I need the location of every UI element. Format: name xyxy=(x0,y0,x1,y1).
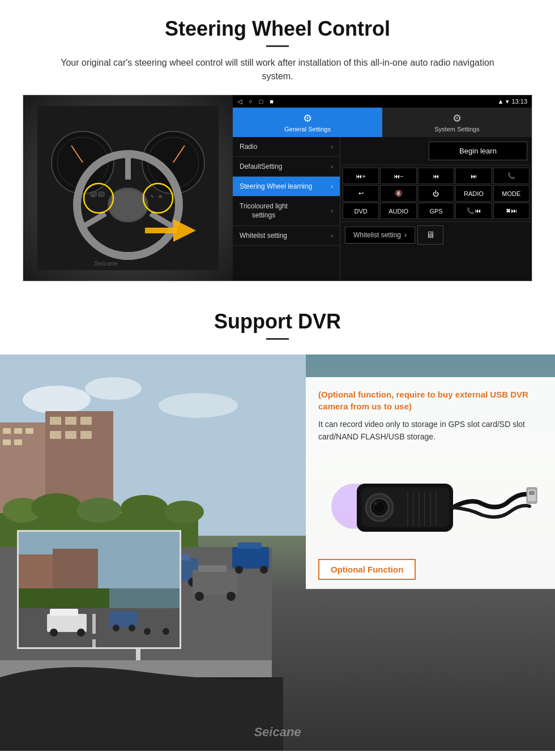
content-panel: Begin learn ⏮+ ⏮− ⏮ ⏭ 📞 ↩ 🔇 ⏻ RADIO MODE… xyxy=(340,137,532,281)
status-right: ▲ ▾ 13:13 xyxy=(498,98,527,105)
back-icon[interactable]: ◁ xyxy=(237,98,242,105)
svg-rect-55 xyxy=(193,570,238,595)
chevron-right-icon-2: › xyxy=(331,164,333,170)
svg-rect-38 xyxy=(65,431,76,439)
whitelist-row: Whitelist setting › 🖥 xyxy=(340,221,532,248)
menu-icon[interactable]: ■ xyxy=(270,98,274,105)
svg-point-77 xyxy=(163,628,169,635)
ctrl-next[interactable]: ⏭ xyxy=(455,168,492,184)
whitelist-icon-button[interactable]: 🖥 xyxy=(417,225,443,245)
tab-system-settings[interactable]: ⚙ System Settings xyxy=(382,108,532,137)
steering-photo-inner: + - ✎ ◎ Seicane xyxy=(23,95,233,281)
chevron-right-icon-3: › xyxy=(331,183,333,190)
svg-rect-68 xyxy=(19,588,109,608)
wifi-icon: ▾ xyxy=(506,98,509,105)
ctrl-mode[interactable]: MODE xyxy=(493,185,530,202)
menu-item-default-setting[interactable]: DefaultSetting › xyxy=(233,157,340,177)
ctrl-phone[interactable]: 📞 xyxy=(493,168,530,184)
menu-whitelist-label: Whitelist setting xyxy=(240,232,287,240)
svg-point-25 xyxy=(85,377,142,400)
svg-text:Seicane: Seicane xyxy=(94,260,118,267)
steering-ui-container: + - ✎ ◎ Seicane ◁ ○ xyxy=(23,95,532,281)
dvr-bg-container: (Optional function, require to buy exter… xyxy=(0,354,555,751)
android-content: Radio › DefaultSetting › Steering Wheel … xyxy=(233,137,532,281)
svg-point-73 xyxy=(113,625,119,631)
svg-rect-30 xyxy=(25,428,33,434)
dvr-section: Support DVR xyxy=(0,293,555,751)
chevron-right-icon: › xyxy=(331,144,333,150)
svg-rect-31 xyxy=(3,439,11,445)
svg-rect-15 xyxy=(99,192,104,197)
time-display: 13:13 xyxy=(511,98,527,105)
svg-point-76 xyxy=(144,628,151,635)
dvr-screenshot xyxy=(17,530,181,649)
ctrl-audio[interactable]: AUDIO xyxy=(380,203,416,219)
ctrl-gps[interactable]: GPS xyxy=(418,203,454,219)
svg-rect-59 xyxy=(232,547,269,569)
dvr-optional-text: (Optional function, require to buy exter… xyxy=(318,388,543,412)
svg-point-62 xyxy=(260,566,268,574)
ctrl-back[interactable]: ↩ xyxy=(343,185,379,202)
menu-item-steering-wheel[interactable]: Steering Wheel learning › xyxy=(233,177,340,197)
home-icon[interactable]: ○ xyxy=(249,98,253,105)
ctrl-vol-up[interactable]: ⏮+ xyxy=(343,168,379,184)
steering-title: Steering Wheel Control xyxy=(23,17,532,41)
svg-text:+: + xyxy=(92,194,94,197)
menu-item-whitelist[interactable]: Whitelist setting › xyxy=(233,226,340,246)
dvr-divider xyxy=(266,338,289,340)
svg-point-88 xyxy=(374,502,377,505)
dvr-info-card: (Optional function, require to buy exter… xyxy=(306,377,555,589)
ctrl-mute[interactable]: 🔇 xyxy=(380,185,416,202)
ctrl-phone-next[interactable]: ✖⏭ xyxy=(493,203,530,219)
steering-section: Steering Wheel Control Your original car… xyxy=(0,0,555,293)
dvr-camera-illustration xyxy=(318,452,543,554)
whitelist-button[interactable]: Whitelist setting › xyxy=(345,227,415,244)
svg-rect-97 xyxy=(529,491,535,495)
dvr-inset-svg xyxy=(19,532,181,649)
svg-point-80 xyxy=(50,629,58,637)
svg-rect-60 xyxy=(238,543,262,549)
steering-wheel-svg: + - ✎ ◎ Seicane xyxy=(37,106,219,270)
chevron-right-icon-4: › xyxy=(331,207,333,215)
dvr-camera-svg xyxy=(323,452,538,554)
seicane-watermark-dvr: Seicane xyxy=(254,725,301,740)
ctrl-dvd[interactable]: DVD xyxy=(343,203,379,219)
ctrl-radio[interactable]: RADIO xyxy=(455,185,492,202)
menu-item-tricoloured[interactable]: Tricoloured lightsettings › xyxy=(233,197,340,226)
svg-rect-39 xyxy=(80,431,92,439)
chevron-right-icon-w: › xyxy=(404,231,407,239)
optional-function-btn[interactable]: Optional Function xyxy=(318,559,416,580)
svg-point-57 xyxy=(195,592,204,601)
svg-rect-71 xyxy=(92,639,96,649)
ctrl-prev[interactable]: ⏮ xyxy=(418,168,454,184)
ctrl-power[interactable]: ⏻ xyxy=(418,185,454,202)
dvr-header: Support DVR xyxy=(0,293,555,354)
android-statusbar: ◁ ○ □ ■ ▲ ▾ 13:13 xyxy=(233,95,532,108)
ctrl-phone-prev[interactable]: 📞⏮ xyxy=(455,203,492,219)
svg-rect-67 xyxy=(53,549,98,594)
svg-point-81 xyxy=(77,629,85,637)
menu-item-radio[interactable]: Radio › xyxy=(233,137,340,157)
svg-point-42 xyxy=(31,493,82,522)
android-screen: ◁ ○ □ ■ ▲ ▾ 13:13 ⚙ General Settings xyxy=(233,95,532,281)
menu-steering-label: Steering Wheel learning xyxy=(240,182,312,190)
svg-point-44 xyxy=(121,495,168,522)
svg-point-43 xyxy=(76,498,122,523)
chevron-right-icon-5: › xyxy=(331,233,333,239)
ctrl-vol-down[interactable]: ⏮− xyxy=(380,168,416,184)
svg-rect-79 xyxy=(50,609,78,616)
recents-icon[interactable]: □ xyxy=(259,98,263,105)
android-tabs: ⚙ General Settings ⚙ System Settings xyxy=(233,108,532,137)
svg-point-61 xyxy=(235,566,243,574)
dvr-title: Support DVR xyxy=(23,310,532,334)
dvr-screenshot-inner xyxy=(19,532,180,647)
whitelist-label: Whitelist setting xyxy=(353,231,401,239)
svg-rect-37 xyxy=(50,431,61,439)
menu-radio-label: Radio xyxy=(240,143,257,151)
steering-description: Your original car's steering wheel contr… xyxy=(45,56,510,83)
tab-general-settings[interactable]: ⚙ General Settings xyxy=(233,108,382,137)
svg-rect-32 xyxy=(14,439,22,445)
svg-point-74 xyxy=(129,625,135,631)
begin-learn-button[interactable]: Begin learn xyxy=(429,142,527,160)
svg-text:✎: ✎ xyxy=(151,195,153,198)
